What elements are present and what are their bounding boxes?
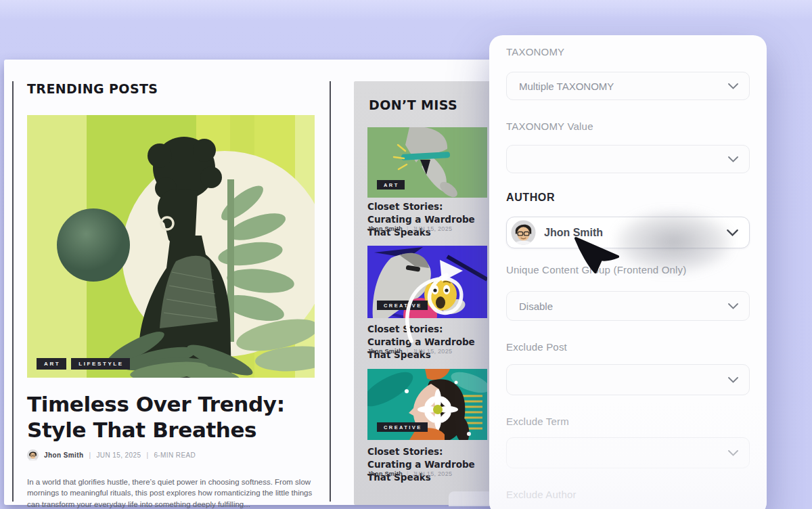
- blog-page: TRENDING POSTS: [4, 60, 508, 505]
- taxonomy-select[interactable]: Multiple TAXONOMY: [506, 72, 750, 100]
- content-group-select[interactable]: Disable: [506, 291, 750, 321]
- card2-meta: Jhon Smith | JUN 15, 2025: [367, 348, 452, 355]
- chevron-down-icon: [728, 156, 738, 162]
- post-title[interactable]: Timeless Over Trendy: Style That Breathe…: [27, 391, 325, 443]
- trending-heading: TRENDING POSTS: [27, 81, 158, 96]
- dont-miss-thumbnail-3[interactable]: CREATIVE: [367, 369, 487, 440]
- dont-miss-section: DON’T MISS ART Closet Stories: Curating …: [354, 81, 508, 505]
- post-read-time: 6-MIN READ: [154, 451, 196, 459]
- chevron-down-icon: [727, 229, 738, 236]
- exclude-term-label: Exclude Term: [506, 416, 757, 427]
- post-date: JUN 15, 2025: [96, 451, 141, 459]
- post-excerpt: In a world that glorifies hustle, there’…: [27, 477, 319, 509]
- content-group-label: Unique Content Group (Frontend Only): [506, 264, 757, 275]
- author-avatar: [511, 220, 536, 245]
- section-divider-right: [330, 81, 331, 502]
- chevron-down-icon: [728, 450, 738, 456]
- author-avatar: [27, 449, 39, 461]
- exclude-post-select[interactable]: [506, 364, 750, 395]
- page-background: TRENDING POSTS: [0, 0, 812, 509]
- exclude-author-label: Exclude Author: [506, 489, 757, 500]
- section-divider-left: [12, 81, 14, 502]
- author-select[interactable]: Jhon Smith: [506, 217, 750, 248]
- tag-art[interactable]: ART: [37, 358, 66, 370]
- post-meta: Jhon Smith | JUN 15, 2025 | 6-MIN READ: [27, 449, 196, 461]
- tag-lifestyle[interactable]: LIFESTYLE: [71, 358, 130, 370]
- widget-settings-panel: TAXONOMY Multiple TAXONOMY TAXONOMY Valu…: [489, 35, 767, 509]
- card2-title[interactable]: Closet Stories: Curating a Wardrobe That…: [367, 323, 489, 361]
- featured-post-thumbnail[interactable]: ART LIFESTYLE: [27, 115, 315, 378]
- dont-miss-thumbnail-2[interactable]: CREATIVE: [367, 246, 487, 318]
- taxonomy-value-select[interactable]: [506, 145, 750, 173]
- card1-meta: Jhon Smith | JUN 15, 2025: [367, 225, 452, 232]
- card1-title[interactable]: Closet Stories: Curating a Wardrobe That…: [367, 200, 489, 239]
- exclude-post-label: Exclude Post: [506, 341, 757, 353]
- chevron-down-icon: [728, 303, 738, 309]
- card3-meta: Jhon Smith | JUN 15, 2025: [367, 470, 452, 477]
- card2-tag[interactable]: CREATIVE: [377, 301, 428, 311]
- taxonomy-label: TAXONOMY: [506, 46, 757, 58]
- post-author: Jhon Smith: [44, 451, 83, 459]
- dont-miss-heading: DON’T MISS: [369, 97, 457, 112]
- card1-tag[interactable]: ART: [377, 180, 405, 190]
- chevron-down-icon: [728, 83, 738, 89]
- dont-miss-thumbnail-1[interactable]: ART: [367, 127, 487, 198]
- card3-title[interactable]: Closet Stories: Curating a Wardrobe That…: [367, 445, 489, 484]
- exclude-term-select[interactable]: [506, 437, 750, 468]
- chevron-down-icon: [728, 377, 738, 383]
- taxonomy-value-label: TAXONOMY Value: [506, 120, 757, 132]
- featured-image-art: [27, 115, 315, 378]
- card3-tag[interactable]: CREATIVE: [377, 422, 428, 433]
- author-label: AUTHOR: [506, 192, 757, 204]
